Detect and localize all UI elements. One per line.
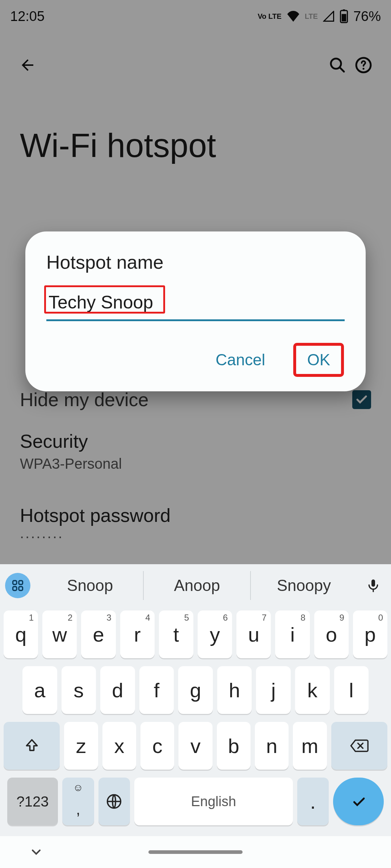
period-key[interactable]: . bbox=[297, 778, 329, 825]
key-h[interactable]: h bbox=[217, 666, 252, 714]
suggestion-2[interactable]: Anoop bbox=[143, 571, 251, 600]
key-w[interactable]: w2 bbox=[42, 610, 77, 658]
key-s[interactable]: s bbox=[62, 666, 96, 714]
backspace-key[interactable] bbox=[331, 722, 387, 770]
key-r[interactable]: r4 bbox=[120, 610, 155, 658]
key-b[interactable]: b bbox=[217, 722, 251, 770]
hotspot-name-dialog: Hotspot name Cancel OK bbox=[25, 231, 366, 391]
key-j[interactable]: j bbox=[256, 666, 291, 714]
key-z[interactable]: z bbox=[64, 722, 98, 770]
key-e[interactable]: e3 bbox=[81, 610, 115, 658]
key-p[interactable]: p0 bbox=[353, 610, 387, 658]
key-n[interactable]: n bbox=[255, 722, 289, 770]
enter-key[interactable] bbox=[333, 778, 384, 825]
gesture-handle[interactable] bbox=[148, 850, 243, 854]
suggestion-3[interactable]: Snoopy bbox=[251, 571, 357, 600]
symbols-key[interactable]: ?123 bbox=[7, 778, 58, 825]
navigation-bar bbox=[0, 836, 391, 868]
key-v[interactable]: v bbox=[178, 722, 212, 770]
svg-rect-9 bbox=[13, 587, 17, 591]
svg-rect-8 bbox=[19, 581, 23, 585]
key-x[interactable]: x bbox=[102, 722, 136, 770]
key-g[interactable]: g bbox=[178, 666, 213, 714]
keyboard-collapse-button[interactable] bbox=[29, 845, 43, 859]
keyboard-toolbar-button[interactable] bbox=[5, 573, 30, 598]
keyboard-row-1: q1w2e3r4t5y6u7i8o9p0 bbox=[4, 610, 387, 658]
key-k[interactable]: k bbox=[295, 666, 330, 714]
keyboard-row-2: asdfghjkl bbox=[4, 666, 387, 714]
svg-rect-7 bbox=[13, 581, 17, 585]
svg-rect-10 bbox=[19, 587, 23, 591]
key-l[interactable]: l bbox=[334, 666, 369, 714]
svg-rect-11 bbox=[371, 579, 375, 587]
key-m[interactable]: m bbox=[293, 722, 327, 770]
key-u[interactable]: u7 bbox=[236, 610, 271, 658]
ok-button[interactable]: OK bbox=[293, 343, 344, 377]
comma-key[interactable]: ☺ , bbox=[62, 778, 94, 825]
key-a[interactable]: a bbox=[22, 666, 57, 714]
key-q[interactable]: q1 bbox=[4, 610, 38, 658]
shift-key[interactable] bbox=[4, 722, 60, 770]
key-i[interactable]: i8 bbox=[275, 610, 310, 658]
keyboard-row-3: zxcvbnm bbox=[4, 722, 387, 770]
soft-keyboard: Snoop Anoop Snoopy q1w2e3r4t5y6u7i8o9p0 … bbox=[0, 564, 391, 868]
key-y[interactable]: y6 bbox=[198, 610, 232, 658]
keyboard-suggestion-bar: Snoop Anoop Snoopy bbox=[0, 564, 391, 607]
language-key[interactable] bbox=[98, 778, 130, 825]
key-c[interactable]: c bbox=[140, 722, 174, 770]
cancel-button[interactable]: Cancel bbox=[205, 344, 275, 375]
key-t[interactable]: t5 bbox=[159, 610, 193, 658]
key-o[interactable]: o9 bbox=[314, 610, 349, 658]
dialog-title: Hotspot name bbox=[46, 251, 348, 273]
key-f[interactable]: f bbox=[139, 666, 174, 714]
hotspot-name-input[interactable] bbox=[46, 288, 345, 321]
suggestion-1[interactable]: Snoop bbox=[37, 571, 143, 600]
key-d[interactable]: d bbox=[100, 666, 135, 714]
space-key[interactable]: English bbox=[134, 778, 293, 825]
keyboard-row-4: ?123 ☺ , English . bbox=[4, 778, 387, 832]
voice-input-button[interactable] bbox=[361, 573, 386, 598]
